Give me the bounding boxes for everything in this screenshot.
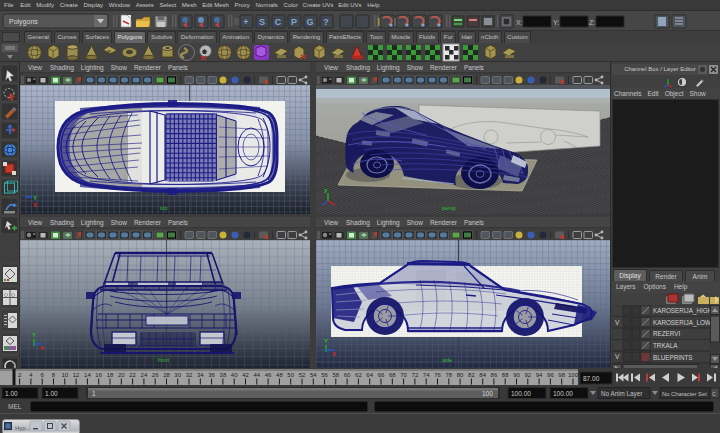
svg-text:60: 60 xyxy=(344,372,351,378)
svg-text:32: 32 xyxy=(186,372,193,378)
svg-text:92: 92 xyxy=(524,372,531,378)
svg-text:90: 90 xyxy=(513,372,520,378)
svg-text:Polygons: Polygons xyxy=(9,18,38,26)
svg-text:persp: persp xyxy=(442,205,456,211)
svg-text:58: 58 xyxy=(332,372,339,378)
svg-text:98: 98 xyxy=(558,372,565,378)
svg-text:87.00: 87.00 xyxy=(583,375,600,382)
svg-text:P: P xyxy=(291,17,297,27)
svg-text:22: 22 xyxy=(129,372,136,378)
svg-text:42: 42 xyxy=(242,372,249,378)
svg-text:24: 24 xyxy=(141,372,148,378)
svg-text:front: front xyxy=(158,357,169,363)
svg-text:S: S xyxy=(259,17,265,27)
svg-text:78: 78 xyxy=(445,372,452,378)
svg-text:Y: Y xyxy=(33,195,37,201)
svg-text:44: 44 xyxy=(253,372,260,378)
svg-text:10: 10 xyxy=(61,372,68,378)
svg-text:20: 20 xyxy=(118,372,125,378)
svg-text:?: ? xyxy=(323,17,329,27)
svg-text:100: 100 xyxy=(568,372,579,378)
svg-text:30: 30 xyxy=(174,372,181,378)
svg-text:52: 52 xyxy=(299,372,306,378)
svg-text:REZERVI: REZERVI xyxy=(653,330,680,337)
svg-text:12: 12 xyxy=(73,372,80,378)
svg-text:C: C xyxy=(712,391,716,397)
svg-text:68: 68 xyxy=(389,372,396,378)
svg-text:1.00: 1.00 xyxy=(45,390,58,397)
svg-text:84: 84 xyxy=(479,372,486,378)
svg-text:TRKALA: TRKALA xyxy=(653,342,678,349)
svg-text:76: 76 xyxy=(434,372,441,378)
svg-text:KAROSERIJA_HIGH: KAROSERIJA_HIGH xyxy=(653,307,713,315)
svg-text:34: 34 xyxy=(197,372,204,378)
svg-text:66: 66 xyxy=(378,372,385,378)
svg-text:72: 72 xyxy=(412,372,419,378)
svg-text:28: 28 xyxy=(163,372,170,378)
svg-text:C: C xyxy=(275,17,282,27)
svg-text:X:: X: xyxy=(516,19,523,26)
svg-text:X: X xyxy=(332,351,336,357)
svg-text:70: 70 xyxy=(400,372,407,378)
svg-text:X: X xyxy=(33,202,37,208)
svg-text:50: 50 xyxy=(287,372,294,378)
svg-text:16: 16 xyxy=(95,372,102,378)
svg-text:100.00: 100.00 xyxy=(553,390,573,397)
svg-text:side: side xyxy=(442,357,452,363)
svg-text:56: 56 xyxy=(321,372,328,378)
svg-text:18: 18 xyxy=(107,372,114,378)
svg-text:No Anim Layer: No Anim Layer xyxy=(601,390,642,398)
svg-text:1: 1 xyxy=(92,390,96,397)
svg-text:top: top xyxy=(160,205,168,211)
svg-text:96: 96 xyxy=(547,372,554,378)
svg-text:14: 14 xyxy=(84,372,91,378)
svg-text:54: 54 xyxy=(310,372,317,378)
svg-text:Y: Y xyxy=(324,338,328,344)
svg-text:46: 46 xyxy=(265,372,272,378)
svg-text:94: 94 xyxy=(536,372,543,378)
svg-text:74: 74 xyxy=(423,372,430,378)
svg-text:86: 86 xyxy=(491,372,498,378)
svg-text:64: 64 xyxy=(366,372,373,378)
svg-text:G: G xyxy=(306,17,313,27)
svg-text:36: 36 xyxy=(208,372,215,378)
svg-text:100: 100 xyxy=(482,390,493,397)
svg-text:100.00: 100.00 xyxy=(511,390,531,397)
svg-text:Z:: Z: xyxy=(589,19,595,26)
svg-text:BLUEPRINTS: BLUEPRINTS xyxy=(653,354,693,361)
svg-text:V: V xyxy=(615,353,620,360)
svg-text:Y: Y xyxy=(32,332,36,338)
svg-text:38: 38 xyxy=(220,372,227,378)
svg-text:Hyp...: Hyp... xyxy=(15,425,31,431)
svg-text:No Character Set: No Character Set xyxy=(662,391,707,397)
svg-text:88: 88 xyxy=(502,372,509,378)
svg-text:1.00: 1.00 xyxy=(5,390,18,397)
svg-text:62: 62 xyxy=(355,372,362,378)
svg-text:82: 82 xyxy=(468,372,475,378)
svg-text:48: 48 xyxy=(276,372,283,378)
svg-text:40: 40 xyxy=(231,372,238,378)
svg-text:X: X xyxy=(40,345,44,351)
svg-text:26: 26 xyxy=(152,372,159,378)
svg-text:80: 80 xyxy=(457,372,464,378)
svg-text:V: V xyxy=(615,319,620,326)
svg-text:Y:: Y: xyxy=(553,19,559,26)
svg-text:+: + xyxy=(243,17,248,27)
svg-text:KAROSERIJA_LOW: KAROSERIJA_LOW xyxy=(653,319,711,327)
